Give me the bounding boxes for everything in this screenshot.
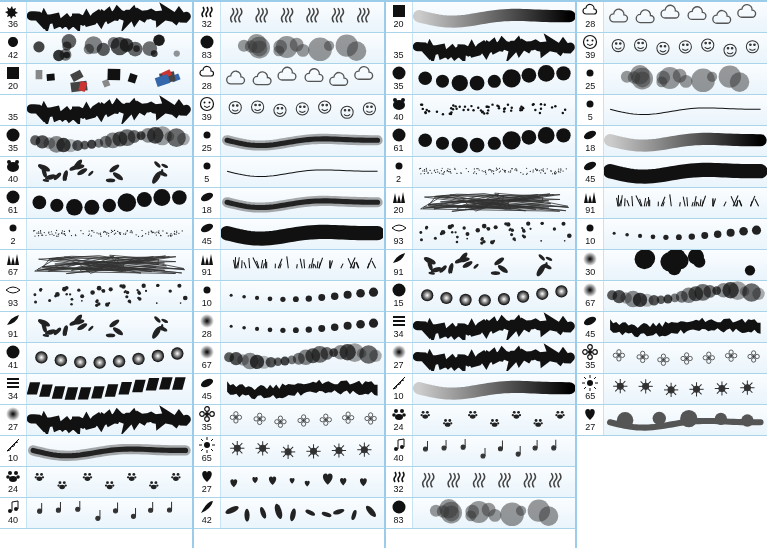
brush-row[interactable]: 42	[194, 498, 384, 529]
svg-point-702	[435, 172, 436, 173]
svg-point-250	[55, 292, 60, 297]
svg-rect-24	[128, 73, 138, 84]
brush-row[interactable]: 35	[386, 33, 576, 64]
brush-row[interactable]: 20	[386, 188, 576, 219]
brush-row[interactable]: 27	[0, 405, 192, 436]
brush-row[interactable]: 25	[577, 64, 767, 95]
brush-row[interactable]: 65	[577, 374, 767, 405]
svg-point-858	[455, 241, 458, 244]
brush-row[interactable]: 24	[0, 467, 192, 498]
brush-tip-icon	[5, 158, 21, 174]
brush-row[interactable]: 28	[194, 312, 384, 343]
brush-row[interactable]: 93	[386, 219, 576, 250]
svg-point-911	[489, 422, 491, 424]
brush-row[interactable]: 32	[194, 2, 384, 33]
brush-row[interactable]: 45	[194, 219, 384, 250]
brush-size-label: 25	[585, 81, 595, 91]
brush-row[interactable]: 40	[386, 436, 576, 467]
brush-stroke-sample	[27, 343, 192, 373]
brush-row[interactable]: 32	[386, 467, 576, 498]
svg-point-741	[436, 169, 437, 170]
brush-row[interactable]: 91	[0, 312, 192, 343]
brush-row[interactable]: 20	[386, 2, 576, 33]
brush-row[interactable]: 45	[577, 157, 767, 188]
brush-row[interactable]: 10	[0, 436, 192, 467]
brush-row[interactable]: 27	[577, 405, 767, 436]
brush-row[interactable]: 91	[386, 250, 576, 281]
brush-row[interactable]: 65	[194, 436, 384, 467]
brush-row[interactable]: 67	[0, 250, 192, 281]
brush-row[interactable]: 67	[577, 281, 767, 312]
brush-row[interactable]: 41	[0, 343, 192, 374]
brush-row[interactable]: 42	[0, 33, 192, 64]
brush-row[interactable]: 45	[577, 312, 767, 343]
svg-point-666	[466, 108, 468, 110]
brush-row[interactable]: 39	[577, 33, 767, 64]
brush-row[interactable]: 35	[577, 343, 767, 374]
svg-line-1034	[731, 196, 735, 206]
brush-row[interactable]: 34	[0, 374, 192, 405]
brush-row[interactable]: 35	[0, 126, 192, 157]
brush-row[interactable]: 40	[0, 157, 192, 188]
brush-row[interactable]: 83	[386, 498, 576, 529]
svg-point-886	[536, 288, 548, 300]
brush-row[interactable]: 91	[577, 188, 767, 219]
brush-row[interactable]: 91	[194, 250, 384, 281]
brush-row[interactable]: 5	[577, 95, 767, 126]
svg-point-786	[554, 171, 555, 172]
brush-row[interactable]: 5	[194, 157, 384, 188]
brush-row[interactable]: 25	[194, 126, 384, 157]
svg-point-659	[462, 109, 464, 111]
brush-row[interactable]: 45	[194, 374, 384, 405]
brush-row[interactable]: 61	[386, 126, 576, 157]
svg-point-795	[420, 173, 421, 174]
svg-point-1127	[755, 354, 759, 358]
svg-point-608	[451, 75, 467, 91]
svg-point-899	[444, 419, 447, 422]
brush-row[interactable]: 2	[0, 219, 192, 250]
brush-row[interactable]: 36	[0, 2, 192, 33]
brush-row[interactable]: 35	[0, 95, 192, 126]
brush-row[interactable]: 40	[0, 498, 192, 529]
brush-tip-icon	[391, 313, 407, 329]
brush-row[interactable]: 27	[386, 343, 576, 374]
svg-point-491	[204, 407, 209, 412]
brush-row[interactable]: 39	[194, 95, 384, 126]
brush-row[interactable]: 24	[386, 405, 576, 436]
svg-point-802	[449, 171, 450, 172]
svg-point-618	[452, 104, 454, 106]
svg-point-1046	[626, 233, 630, 237]
svg-point-833	[521, 227, 523, 229]
brush-tip-icon	[5, 282, 21, 298]
brush-row[interactable]: 2	[386, 157, 576, 188]
brush-row[interactable]: 35	[194, 405, 384, 436]
svg-point-696	[456, 173, 457, 174]
brush-row[interactable]: 35	[386, 64, 576, 95]
brush-size-label: 2	[396, 174, 401, 184]
brush-tip-icon	[5, 437, 21, 453]
brush-row[interactable]: 83	[194, 33, 384, 64]
brush-row[interactable]: 67	[194, 343, 384, 374]
svg-point-310	[59, 481, 62, 484]
brush-row[interactable]: 28	[577, 2, 767, 33]
brush-row[interactable]: 40	[386, 95, 576, 126]
brush-row[interactable]: 30	[577, 250, 767, 281]
brush-row[interactable]: 10	[386, 374, 576, 405]
brush-row[interactable]: 10	[194, 281, 384, 312]
brush-row[interactable]: 20	[0, 64, 192, 95]
brush-row[interactable]: 28	[194, 64, 384, 95]
brush-row[interactable]: 18	[577, 126, 767, 157]
brush-size-label: 40	[393, 112, 403, 122]
brush-row[interactable]: 18	[194, 188, 384, 219]
brush-row[interactable]: 34	[386, 312, 576, 343]
svg-point-225	[128, 299, 131, 302]
svg-point-114	[40, 230, 41, 231]
svg-point-350	[113, 509, 117, 513]
brush-row[interactable]: 27	[194, 467, 384, 498]
brush-row[interactable]: 10	[577, 219, 767, 250]
brush-row[interactable]: 15	[386, 281, 576, 312]
svg-point-1104	[637, 355, 641, 359]
brush-row[interactable]: 93	[0, 281, 192, 312]
brush-row[interactable]: 61	[0, 188, 192, 219]
brush-size-label: 91	[202, 267, 212, 277]
